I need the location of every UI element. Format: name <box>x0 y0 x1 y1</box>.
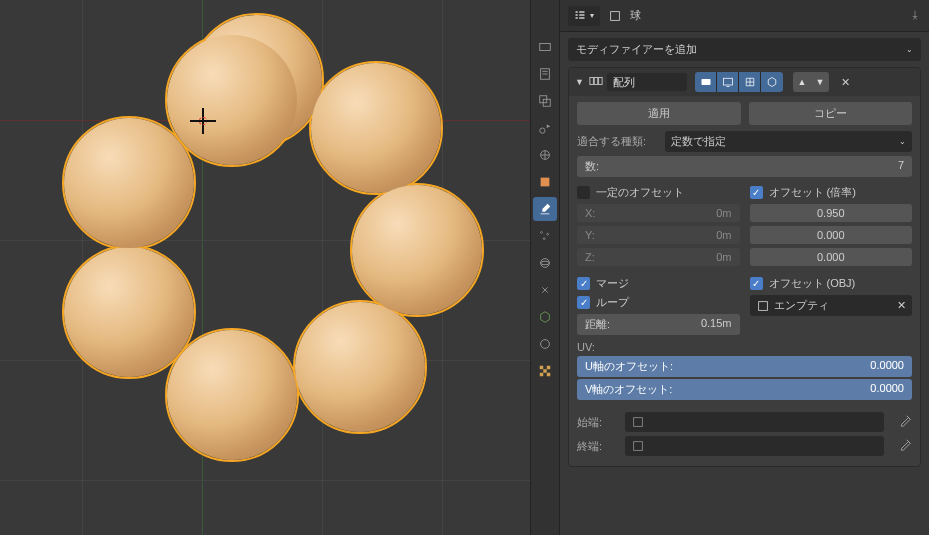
svg-point-7 <box>541 232 543 234</box>
v-offset-field[interactable]: V軸のオフセット: 0.0000 <box>577 379 912 400</box>
relative-offset-y[interactable]: 0.000 <box>750 226 913 244</box>
reorder-group: ▲ ▼ <box>793 72 829 92</box>
copy-button[interactable]: コピー <box>749 102 913 125</box>
chevron-down-icon: ⌄ <box>906 45 913 54</box>
chevron-down-icon: ▾ <box>590 11 594 20</box>
tab-modifiers[interactable] <box>533 197 557 221</box>
object-icon <box>631 415 645 429</box>
svg-point-10 <box>541 259 550 268</box>
svg-rect-13 <box>540 366 544 370</box>
svg-rect-22 <box>576 17 578 19</box>
apply-button[interactable]: 適用 <box>577 102 741 125</box>
svg-rect-31 <box>634 418 643 427</box>
svg-point-9 <box>543 238 545 240</box>
remove-modifier-button[interactable]: ✕ <box>841 76 850 89</box>
svg-rect-32 <box>634 442 643 451</box>
tab-material[interactable] <box>533 332 557 356</box>
svg-rect-17 <box>540 373 544 377</box>
constant-offset-z[interactable]: Z:0m <box>577 248 740 266</box>
count-field[interactable]: 数: 7 <box>577 156 912 177</box>
tab-render[interactable] <box>533 35 557 59</box>
svg-point-11 <box>541 261 550 265</box>
first-last-checkbox[interactable]: ✓ <box>577 296 590 309</box>
object-offset-target: エンプティ <box>774 298 829 313</box>
add-modifier-dropdown[interactable]: モディファイアーを追加 ⌄ <box>568 38 921 61</box>
svg-rect-26 <box>594 78 598 85</box>
v-offset-value: 0.0000 <box>870 382 904 397</box>
sphere <box>167 330 297 460</box>
uv-section-label: UV: <box>577 341 912 353</box>
sphere <box>167 35 297 165</box>
svg-point-4 <box>540 128 545 133</box>
svg-rect-14 <box>543 369 547 373</box>
tab-scene[interactable] <box>533 116 557 140</box>
properties-panel: ▾ 球 モディファイアーを追加 ⌄ ▼ <box>560 0 929 535</box>
count-label: 数: <box>585 159 898 174</box>
svg-rect-21 <box>579 14 584 16</box>
relative-offset-x[interactable]: 0.950 <box>750 204 913 222</box>
object-offset-checkbox[interactable]: ✓ <box>750 277 763 290</box>
tab-constraints[interactable] <box>533 278 557 302</box>
editmode-visibility-toggle[interactable] <box>739 72 761 92</box>
render-visibility-toggle[interactable] <box>695 72 717 92</box>
constant-offset-label: 一定のオフセット <box>596 185 684 200</box>
properties-header: ▾ 球 <box>560 0 929 32</box>
merge-checkbox[interactable]: ✓ <box>577 277 590 290</box>
object-offset-label: オフセット (OBJ) <box>769 276 856 291</box>
cage-visibility-toggle[interactable] <box>761 72 783 92</box>
eyedropper-icon[interactable] <box>898 438 912 454</box>
array-object[interactable] <box>52 15 482 445</box>
svg-rect-19 <box>579 11 584 13</box>
constant-offset-x[interactable]: X:0m <box>577 204 740 222</box>
svg-rect-23 <box>579 17 584 19</box>
merge-distance-label: 距離: <box>585 317 701 332</box>
relative-offset-z[interactable]: 0.000 <box>750 248 913 266</box>
svg-rect-20 <box>576 14 578 16</box>
tab-mesh[interactable] <box>533 305 557 329</box>
svg-rect-29 <box>723 78 732 85</box>
viewport-3d[interactable] <box>0 0 530 535</box>
svg-rect-16 <box>547 366 551 370</box>
modifier-body: 適用 コピー 適合する種類: 定数で指定 ⌄ 数: 7 <box>569 96 920 466</box>
end-cap-picker[interactable] <box>625 436 884 456</box>
header-context-dropdown[interactable]: ▾ <box>568 6 600 26</box>
tab-viewlayer[interactable] <box>533 89 557 113</box>
tab-texture[interactable] <box>533 359 557 383</box>
move-up-button[interactable]: ▲ <box>793 72 811 92</box>
svg-rect-30 <box>758 301 767 310</box>
tab-particles[interactable] <box>533 224 557 248</box>
constant-offset-checkbox[interactable] <box>577 186 590 199</box>
tab-object[interactable] <box>533 170 557 194</box>
tab-world[interactable] <box>533 143 557 167</box>
constant-offset-y[interactable]: Y:0m <box>577 226 740 244</box>
array-modifier-icon <box>589 74 603 90</box>
modifier-array-panel: ▼ ▲ ▼ ✕ 適用 <box>568 67 921 467</box>
fit-type-select[interactable]: 定数で指定 ⌄ <box>665 131 912 152</box>
properties-tabs <box>530 0 560 535</box>
viewport-visibility-toggle[interactable] <box>717 72 739 92</box>
relative-offset-label: オフセット (倍率) <box>769 185 856 200</box>
clear-button[interactable]: ✕ <box>897 299 906 312</box>
object-offset-picker[interactable]: エンプティ ✕ <box>750 295 913 316</box>
svg-point-12 <box>541 340 550 349</box>
object-data-icon <box>608 9 622 23</box>
start-cap-picker[interactable] <box>625 412 884 432</box>
sphere <box>295 302 425 432</box>
sphere <box>64 247 194 377</box>
count-value: 7 <box>898 159 904 174</box>
tab-physics[interactable] <box>533 251 557 275</box>
end-cap-label: 終端: <box>577 439 617 454</box>
tab-output[interactable] <box>533 62 557 86</box>
svg-rect-15 <box>547 373 551 377</box>
merge-distance-field[interactable]: 距離: 0.15m <box>577 314 740 335</box>
modifier-name-field[interactable] <box>607 73 687 91</box>
svg-rect-6 <box>541 178 550 187</box>
u-offset-label: U軸のオフセット: <box>585 359 870 374</box>
u-offset-field[interactable]: U軸のオフセット: 0.0000 <box>577 356 912 377</box>
disclosure-triangle[interactable]: ▼ <box>575 77 585 87</box>
relative-offset-checkbox[interactable]: ✓ <box>750 186 763 199</box>
pin-icon[interactable] <box>909 9 921 23</box>
eyedropper-icon[interactable] <box>898 414 912 430</box>
svg-rect-24 <box>611 11 620 20</box>
move-down-button[interactable]: ▼ <box>811 72 829 92</box>
